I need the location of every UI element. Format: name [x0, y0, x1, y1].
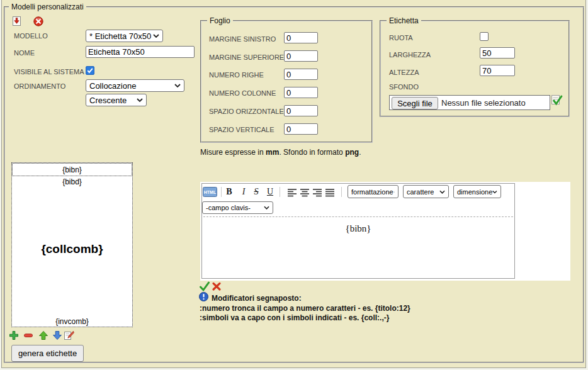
ordinamento-direction-value: Crescente: [89, 96, 127, 105]
foglio-legend: Foglio: [207, 16, 233, 25]
align-right-icon[interactable]: [312, 188, 323, 197]
carattere-select-value: carattere: [407, 188, 434, 196]
nome-input[interactable]: [86, 46, 195, 58]
etichetta-legend: Etichetta: [387, 16, 421, 25]
genera-etichette-button[interactable]: genera etichette: [11, 345, 84, 362]
preview-row-invcomb[interactable]: {invcomb}: [12, 317, 132, 326]
toolbar-separator: [341, 187, 342, 197]
toolbar-separator: [280, 187, 280, 197]
ordinamento-select[interactable]: Collocazione: [86, 79, 184, 92]
svg-text:HTML: HTML: [204, 190, 217, 194]
toolbar-separator: [221, 187, 222, 197]
larghezza-input[interactable]: [480, 47, 515, 59]
align-justify-icon[interactable]: [325, 188, 336, 197]
editor-toolbar-divider: [203, 216, 513, 217]
save-icon[interactable]: [11, 16, 22, 26]
visibile-al-sistema-label: VISIBILE AL SISTEMA: [14, 68, 84, 76]
altezza-label: ALTEZZA: [389, 69, 419, 76]
chevron-down-icon: [492, 190, 497, 194]
modifiers-line2: :simboli va a capo con i simboli indicat…: [200, 313, 389, 322]
apply-background-icon[interactable]: [551, 94, 563, 108]
dimensione-select-value: dimensione: [457, 188, 492, 196]
nome-label: NOME: [14, 49, 35, 57]
underline-button[interactable]: U: [265, 186, 275, 198]
remove-row-icon[interactable]: [23, 330, 33, 340]
margine-superiore-input[interactable]: [284, 50, 318, 62]
altezza-input[interactable]: [480, 65, 515, 76]
numero-righe-input[interactable]: [284, 69, 318, 80]
delete-icon[interactable]: [33, 16, 43, 26]
modello-select[interactable]: * Etichetta 70x50: [86, 30, 163, 42]
sfondo-file-input: Scegli file Nessun file selezionato: [389, 95, 550, 110]
check-icon: [86, 67, 94, 74]
page: Modelli personalizzati MODELLO * Etichet…: [0, 0, 588, 370]
modello-select-value: * Etichetta 70x50: [89, 31, 151, 41]
cancel-icon[interactable]: [212, 281, 222, 291]
spazio-orizzontale-input[interactable]: [284, 105, 318, 116]
chevron-down-icon: [393, 190, 395, 194]
ruota-checkbox[interactable]: [480, 32, 489, 41]
modifiers-title: Modificatori segnaposto:: [212, 294, 302, 303]
chevron-down-icon: [137, 98, 143, 102]
chevron-down-icon: [439, 190, 445, 194]
confirm-icon[interactable]: [200, 281, 210, 291]
ordinamento-label: ORDINAMENTO: [14, 82, 65, 90]
dimensione-select[interactable]: dimensione: [453, 185, 501, 198]
info-icon: [199, 292, 208, 301]
measure-note: Misure espresse in mm. Sfondo in formato…: [200, 148, 361, 157]
chevron-down-icon: [264, 206, 269, 210]
campo-clavis-select-value: -campo clavis-: [206, 204, 251, 211]
modello-label: MODELLO: [14, 32, 48, 40]
strikethrough-button[interactable]: S: [251, 186, 261, 198]
ordinamento-direction-select[interactable]: Crescente: [86, 94, 147, 106]
bold-button[interactable]: B: [224, 186, 234, 198]
preview-row-bibd[interactable]: {bibd}: [12, 177, 132, 186]
formattazione-select[interactable]: formattazione: [348, 185, 399, 198]
label-preview: {bibn} {bibd} {collcomb} {invcomb}: [11, 162, 133, 327]
margine-sinistro-input[interactable]: [284, 32, 318, 43]
campo-clavis-select[interactable]: -campo clavis-: [202, 201, 273, 214]
spazio-verticale-input[interactable]: [284, 123, 318, 135]
numero-righe-label: NUMERO RIGHE: [209, 71, 264, 79]
italic-button[interactable]: I: [239, 186, 249, 198]
numero-colonne-label: NUMERO COLONNE: [209, 89, 276, 97]
chevron-down-icon: [153, 34, 159, 38]
move-down-icon[interactable]: [52, 330, 62, 340]
editor-content[interactable]: {bibn}: [203, 218, 514, 277]
preview-row-collcomb[interactable]: {collcomb}: [12, 242, 132, 256]
align-center-icon[interactable]: [300, 188, 310, 197]
margine-superiore-label: MARGINE SUPERIORE: [209, 53, 284, 61]
add-row-icon[interactable]: [9, 330, 19, 340]
chevron-down-icon: [174, 84, 181, 87]
ruota-label: RUOTA: [389, 34, 413, 42]
edit-row-icon[interactable]: [64, 330, 74, 340]
margine-sinistro-label: MARGINE SINISTRO: [209, 35, 276, 43]
preview-row-bibn[interactable]: {bibn}: [12, 163, 132, 176]
larghezza-label: LARGHEZZA: [389, 51, 431, 59]
visibile-checkbox[interactable]: [86, 66, 94, 75]
carattere-select[interactable]: carattere: [403, 185, 449, 198]
spazio-orizzontale-label: SPAZIO ORIZZONTALE: [209, 108, 284, 115]
modelli-personalizzati-legend: Modelli personalizzati: [9, 3, 86, 11]
modifiers-line1: :numero tronca il campo a numero caratte…: [200, 304, 410, 313]
ordinamento-select-value: Collocazione: [89, 81, 136, 91]
html-source-icon[interactable]: HTML: [203, 187, 217, 197]
file-status-text: Nessun file selezionato: [441, 98, 526, 108]
spazio-verticale-label: SPAZIO VERTICALE: [209, 126, 274, 133]
sfondo-label: SFONDO: [389, 83, 419, 91]
scegli-file-button[interactable]: Scegli file: [392, 97, 438, 109]
move-up-icon[interactable]: [38, 330, 48, 340]
formattazione-select-value: formattazione: [351, 188, 393, 196]
align-left-icon[interactable]: [287, 188, 298, 197]
numero-colonne-input[interactable]: [284, 87, 318, 98]
